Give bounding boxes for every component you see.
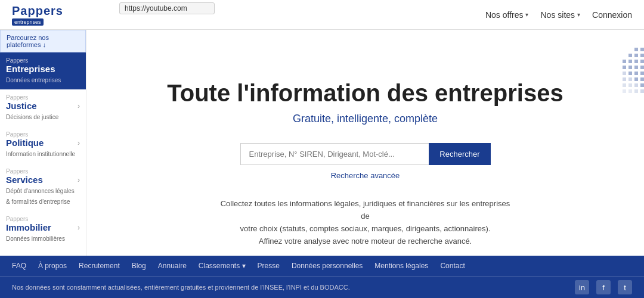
sites-chevron-icon: ▾ bbox=[577, 11, 580, 18]
sidebar-item-entreprises[interactable]: Pappers Entreprises Données entreprises bbox=[0, 52, 86, 89]
sidebar-title-0: Entreprises bbox=[6, 64, 55, 74]
footer-mentions-legales[interactable]: Mentions légales bbox=[374, 262, 428, 270]
social-icons: in f t bbox=[575, 280, 632, 294]
footer-nav: FAQ À propos Recrutement Blog Annuaire C… bbox=[0, 256, 644, 276]
sidebar-pappers-label-0: Pappers bbox=[6, 57, 80, 64]
sidebar-desc-3: Dépôt d'annonces légales & formalités d'… bbox=[6, 188, 75, 205]
footer-faq[interactable]: FAQ bbox=[12, 262, 26, 270]
sidebar-title-2: Politique bbox=[6, 138, 44, 148]
footer-annuaire[interactable]: Annuaire bbox=[158, 262, 187, 270]
sidebar-title-1: Justice bbox=[6, 101, 37, 111]
footer-donnees-perso[interactable]: Données personnelles bbox=[292, 262, 363, 270]
footer-bottom-text: Nos données sont constamment actualisées… bbox=[12, 284, 350, 291]
sidebar-item-services[interactable]: Pappers Services › Dépôt d'annonces léga… bbox=[0, 163, 86, 211]
sidebar-desc-1: Décisions de justice bbox=[6, 114, 58, 120]
sidebar-chevron-4: › bbox=[78, 224, 80, 232]
sidebar-item-politique[interactable]: Pappers Politique › Information institut… bbox=[0, 126, 86, 163]
twitter-icon[interactable]: t bbox=[618, 280, 632, 294]
sidebar-pappers-label-2: Pappers bbox=[6, 131, 80, 138]
page-title: Toute l'information des entreprises bbox=[167, 80, 563, 107]
footer: FAQ À propos Recrutement Blog Annuaire C… bbox=[0, 256, 644, 298]
offres-chevron-icon: ▾ bbox=[525, 11, 528, 18]
sidebar-item-justice[interactable]: Pappers Justice › Décisions de justice bbox=[0, 89, 86, 126]
nos-offres-nav[interactable]: Nos offres ▾ bbox=[485, 10, 529, 20]
header-nav: Nos offres ▾ Nos sites ▾ Connexion bbox=[485, 10, 632, 20]
sidebar-desc-4: Données immobilières bbox=[6, 235, 65, 242]
footer-classements[interactable]: Classements ▾ bbox=[199, 262, 246, 270]
footer-bottom: Nos données sont constamment actualisées… bbox=[0, 276, 644, 298]
footer-blog[interactable]: Blog bbox=[132, 262, 146, 270]
logo-subtitle: entreprises bbox=[12, 18, 44, 26]
footer-recrutement[interactable]: Recrutement bbox=[79, 262, 120, 270]
sidebar-pappers-label-1: Pappers bbox=[6, 94, 80, 101]
sidebar-item-immobilier[interactable]: Pappers Immobilier › Données immobilière… bbox=[0, 211, 86, 248]
linkedin-icon[interactable]: in bbox=[575, 280, 589, 294]
connexion-button[interactable]: Connexion bbox=[592, 10, 632, 20]
sidebar-pappers-label-3: Pappers bbox=[6, 168, 80, 175]
sidebar-title-4: Immobilier bbox=[6, 222, 51, 232]
search-button[interactable]: Rechercher bbox=[429, 143, 490, 165]
header: Pappers entreprises Nos offres ▾ Nos sit… bbox=[0, 0, 644, 30]
sidebar-chevron-1: › bbox=[78, 102, 80, 110]
logo[interactable]: Pappers entreprises bbox=[12, 4, 63, 26]
main-description: Collectez toutes les informations légale… bbox=[216, 198, 515, 247]
nos-sites-nav[interactable]: Nos sites ▾ bbox=[540, 10, 580, 20]
footer-contact[interactable]: Contact bbox=[440, 262, 465, 270]
sidebar-chevron-3: › bbox=[78, 176, 80, 184]
sidebar-chevron-2: › bbox=[78, 139, 80, 147]
search-bar: Rechercher bbox=[240, 143, 491, 165]
sidebar-pappers-label-4: Pappers bbox=[6, 216, 80, 222]
url-bar[interactable]: https://youtube.com bbox=[119, 2, 215, 14]
footer-presse[interactable]: Presse bbox=[258, 262, 280, 270]
browse-platforms-button[interactable]: Parcourez nos plateformes ↓ bbox=[0, 30, 86, 52]
sidebar-desc-2: Information institutionnelle bbox=[6, 151, 75, 157]
advanced-search-link[interactable]: Recherche avancée bbox=[331, 171, 400, 180]
logo-pappers-text: Pappers bbox=[12, 4, 63, 18]
search-input[interactable] bbox=[240, 143, 429, 165]
facebook-icon[interactable]: f bbox=[596, 280, 611, 294]
page-subtitle: Gratuite, intelligente, complète bbox=[293, 113, 438, 125]
footer-apropos[interactable]: À propos bbox=[38, 262, 67, 270]
sidebar-desc-0: Données entreprises bbox=[6, 77, 61, 83]
sidebar-title-3: Services bbox=[6, 175, 43, 185]
